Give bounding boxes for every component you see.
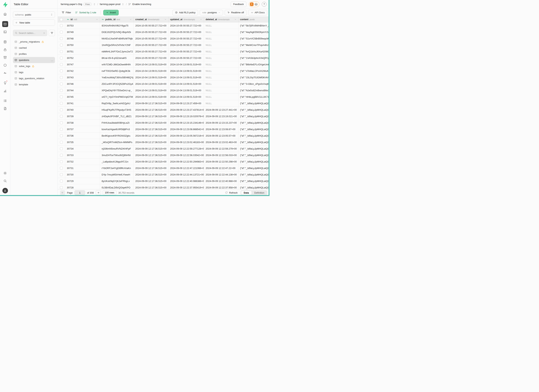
row-checkbox[interactable] bbox=[60, 160, 63, 163]
row-checkbox[interactable] bbox=[60, 70, 63, 72]
schema-select[interactable]: schema: public bbox=[13, 11, 55, 18]
cell-content[interactable]: {"id":"_Id9aLyJpMHQLaiQC bbox=[238, 107, 270, 113]
cell-public_id[interactable]: Be4KignzoK9YRGNI3Zgks bbox=[100, 133, 134, 139]
column-header-public_id[interactable]: public_idtext bbox=[100, 17, 134, 22]
row-checkbox[interactable] bbox=[60, 82, 63, 85]
cell-content[interactable]: {"id":"_Id9aLyJpMHQLaiQC bbox=[238, 120, 270, 126]
cell-updated_at[interactable]: 2024-09-09 12:22:50.294983+00 bbox=[168, 158, 204, 165]
cell-deleted_at[interactable]: NULL bbox=[204, 48, 238, 55]
cell-updated_at[interactable]: 2024-09-09 12:23:15.234146+00 bbox=[168, 120, 204, 126]
cell-content[interactable]: {"id":"sTsWaLCPsVA2WuK2 bbox=[238, 68, 270, 74]
cell-updated_at[interactable]: 2024-10-04 13:09:01.519+00 bbox=[168, 81, 204, 87]
cell-content[interactable]: {"id":"B6tr6eEFLrOVgeUmH bbox=[238, 61, 270, 67]
cell-updated_at[interactable]: 2024-09-09 12:22:47.221066+00 bbox=[168, 165, 204, 171]
new-table-button[interactable]: New table bbox=[13, 19, 55, 26]
cell-public_id[interactable]: nj336mN5reuRVNZrKHFpF bbox=[100, 145, 134, 152]
cell-created_at[interactable]: 2024-10-05 00:55:27.722+00 bbox=[134, 35, 168, 42]
row-checkbox[interactable] bbox=[60, 89, 63, 92]
cell-id[interactable]: 30749 bbox=[65, 29, 100, 35]
cell-public_id[interactable]: NhXEo1Xw04FnB4RzWTNjb bbox=[100, 35, 134, 42]
sort-button[interactable]: Sorted by 1 rule bbox=[73, 10, 98, 15]
sidebar-table-tags[interactable]: tags bbox=[13, 69, 55, 75]
cell-content[interactable]: {"id":"_Id9aLyJpMHQLaiQC bbox=[238, 165, 270, 171]
row-checkbox[interactable] bbox=[60, 141, 63, 144]
org-breadcrumb[interactable]: farming-paper's Org Free bbox=[61, 3, 96, 6]
rows-per-page-button[interactable]: 100 rows bbox=[103, 190, 117, 195]
search-tables-input[interactable]: Search tables... bbox=[13, 30, 47, 36]
cell-created_at[interactable]: 2024-09-09 12:17:36.515+00 bbox=[134, 126, 168, 132]
add-rls-policy-button[interactable]: Add RLS policy bbox=[172, 10, 198, 15]
cell-id[interactable]: 30745 bbox=[65, 94, 100, 100]
cell-created_at[interactable]: 2024-09-09 12:17:36.515+00 bbox=[134, 158, 168, 165]
tab-definition[interactable]: Definition bbox=[252, 191, 267, 195]
cell-deleted_at[interactable]: 2024-09-09 12:22:56.033+00 bbox=[204, 152, 238, 158]
row-checkbox[interactable] bbox=[60, 76, 63, 79]
cell-created_at[interactable]: 2024-09-09 12:17:36.515+00 bbox=[134, 152, 168, 158]
row-checkbox[interactable] bbox=[60, 128, 63, 131]
api-docs-button[interactable]: API Docs bbox=[248, 10, 267, 15]
prev-page-button[interactable] bbox=[60, 190, 65, 195]
sidebar-table-tags_questions_relation[interactable]: tags_questions_relation bbox=[13, 75, 55, 81]
cell-updated_at[interactable]: 2024-10-04 13:09:01.519+00 bbox=[168, 87, 204, 93]
cell-deleted_at[interactable]: 2024-09-09 12:22:50.298+00 bbox=[204, 158, 238, 165]
cell-deleted_at[interactable]: NULL bbox=[204, 29, 238, 35]
sidebar-table-cached[interactable]: cached bbox=[13, 45, 55, 51]
cell-updated_at[interactable]: 2024-10-04 13:09:01.519+00 bbox=[168, 61, 204, 67]
row-checkbox[interactable] bbox=[60, 173, 63, 176]
cell-updated_at[interactable]: 2024-09-09 12:23:27.459+00 bbox=[168, 100, 204, 106]
help-button[interactable]: ? bbox=[262, 2, 267, 7]
cell-content[interactable]: {"id":"_Id9aLyJpMHQLaiQC bbox=[238, 126, 270, 132]
cell-public_id[interactable]: 1hnRQjxSRm2V0VticY2NF bbox=[100, 42, 134, 48]
cell-public_id[interactable]: 8KraI-tSI-6-pSZcknaK5 bbox=[100, 55, 134, 61]
cell-public_id[interactable]: 3muDHTceTWso9IZj8hHNI bbox=[100, 152, 134, 158]
cell-deleted_at[interactable]: NULL bbox=[204, 94, 238, 100]
cell-content[interactable]: {"id":"3-O8cn_xPgs0cVxqKE bbox=[238, 81, 270, 87]
feedback-button[interactable]: Feedback bbox=[231, 1, 246, 7]
cell-id[interactable]: 30735 bbox=[65, 139, 100, 145]
cell-id[interactable]: 30734 bbox=[65, 145, 100, 152]
cell-created_at[interactable]: 2024-10-05 00:55:27.722+00 bbox=[134, 29, 168, 35]
cell-content[interactable]: {"id":"_Id9aLyJpMHQLaiQC bbox=[238, 152, 270, 158]
edge-functions-icon[interactable] bbox=[2, 62, 8, 68]
select-all-checkbox[interactable] bbox=[60, 18, 63, 21]
cell-deleted_at[interactable]: 2024-09-09 12:23:08.67+00 bbox=[204, 126, 238, 132]
cell-deleted_at[interactable]: NULL bbox=[204, 55, 238, 61]
cell-deleted_at[interactable]: NULL bbox=[204, 74, 238, 81]
database-icon[interactable] bbox=[2, 39, 8, 45]
column-header-updated_at[interactable]: updated_attimestamptz bbox=[168, 17, 204, 22]
cell-updated_at[interactable]: 2024-09-09 12:23:05.567216+00 bbox=[168, 133, 204, 139]
cell-content[interactable]: {"id":"_Id9aLyJpMHQLaiQC bbox=[238, 184, 270, 189]
cell-content[interactable]: {"id":"NJe5s8ZmBwnoB6e3 bbox=[238, 87, 270, 93]
table-editor-icon[interactable] bbox=[2, 21, 8, 27]
project-breadcrumb[interactable]: farming-paper-prod bbox=[100, 3, 124, 5]
row-checkbox[interactable] bbox=[60, 134, 63, 137]
cell-id[interactable]: 30742 bbox=[65, 68, 100, 74]
cell-id[interactable]: 30737 bbox=[65, 126, 100, 132]
cell-created_at[interactable]: 2024-10-04 13:09:01.519+00 bbox=[134, 94, 168, 100]
cell-content[interactable]: {"id":"4wyNgK55lOfrpmYZc bbox=[238, 29, 270, 35]
cell-deleted_at[interactable]: 2024-09-09 12:22:37.958+00 bbox=[204, 184, 238, 189]
cell-id[interactable]: 30729 bbox=[65, 178, 100, 184]
cell-content[interactable]: {"id":"1VASb3phnXXkQPCpv bbox=[238, 55, 270, 61]
cell-id[interactable]: 30732 bbox=[65, 158, 100, 165]
cell-public_id[interactable]: _l40sQIRTmMZfcm-MWMPs bbox=[100, 139, 134, 145]
cell-created_at[interactable]: 2024-09-09 12:17:36.515+00 bbox=[134, 145, 168, 152]
row-checkbox[interactable] bbox=[60, 57, 63, 59]
cell-deleted_at[interactable]: 2024-09-09 12:22:47.22+00 bbox=[204, 165, 238, 171]
cell-content[interactable]: {"id":"_Id9aLyJpMHQLaiQC bbox=[238, 100, 270, 106]
cell-deleted_at[interactable]: NULL bbox=[204, 61, 238, 67]
cell-deleted_at[interactable]: 2024-09-09 12:23:15.237+00 bbox=[204, 120, 238, 126]
cell-content[interactable]: {"id":"_Id9aLyJpMHQLaiQC bbox=[238, 133, 270, 139]
column-header-deleted_at[interactable]: deleted_attimestamptz bbox=[204, 17, 238, 22]
cell-created_at[interactable]: 2024-09-09 12:17:36.515+00 bbox=[134, 107, 168, 113]
cell-updated_at[interactable]: 2024-10-04 13:09:01.519+00 bbox=[168, 74, 204, 81]
cell-public_id[interactable]: xrETI_HyGY0mPMGVqtOTM bbox=[100, 94, 134, 100]
cell-updated_at[interactable]: 2024-10-05 00:55:27.722+00 bbox=[168, 29, 204, 35]
cell-deleted_at[interactable]: 2024-09-09 12:23:05.57+00 bbox=[204, 133, 238, 139]
cell-id[interactable]: 30733 bbox=[65, 152, 100, 158]
cell-id[interactable]: 30743 bbox=[65, 74, 100, 81]
cell-created_at[interactable]: 2024-10-04 13:09:01.519+00 bbox=[134, 68, 168, 74]
cell-deleted_at[interactable]: 2024-09-09 12:22:40.988+00 bbox=[204, 178, 238, 184]
cell-updated_at[interactable]: 2024-10-04 13:09:01.519+00 bbox=[168, 94, 204, 100]
row-checkbox[interactable] bbox=[60, 109, 63, 111]
